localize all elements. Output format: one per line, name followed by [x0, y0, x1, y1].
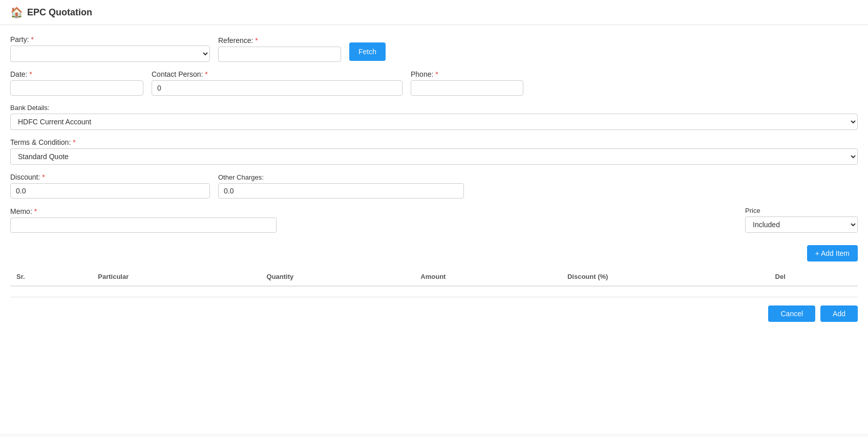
reference-label: Reference: *	[218, 36, 341, 45]
date-label: Date: *	[10, 70, 143, 78]
other-charges-group: Other Charges:	[218, 173, 858, 199]
fetch-button-wrapper: Fetch	[349, 42, 386, 62]
cancel-button[interactable]: Cancel	[768, 305, 815, 322]
date-input[interactable]	[10, 80, 143, 96]
main-content: Party: * Reference: * Fetch Date: * Co	[0, 25, 868, 433]
date-group: Date: *	[10, 70, 143, 96]
other-charges-input[interactable]	[218, 183, 464, 199]
memo-required: *	[32, 207, 37, 215]
phone-required: *	[433, 70, 438, 78]
col-particular: Particular	[92, 268, 260, 286]
other-charges-label: Other Charges:	[218, 173, 858, 181]
table-header-row: Sr. Particular Quantity Amount Discount …	[10, 268, 858, 286]
price-select[interactable]: Included Excluded	[745, 216, 858, 233]
phone-label: Phone: *	[411, 70, 858, 78]
bank-details-group: Bank Details: HDFC Current Account	[10, 104, 858, 130]
reference-required: *	[253, 36, 258, 45]
party-select[interactable]	[10, 46, 210, 62]
terms-required: *	[71, 138, 75, 146]
discount-group: Discount: *	[10, 173, 210, 199]
add-item-row: + Add Item	[10, 245, 858, 261]
reference-group: Reference: *	[218, 36, 341, 62]
add-button[interactable]: Add	[820, 305, 858, 322]
col-discount: Discount (%)	[561, 268, 769, 286]
bank-details-select[interactable]: HDFC Current Account	[10, 114, 858, 130]
date-contact-row: Date: * Contact Person: * Phone: *	[10, 70, 858, 96]
memo-label: Memo: *	[10, 207, 737, 215]
discount-input[interactable]	[10, 183, 210, 199]
discount-label: Discount: *	[10, 173, 210, 181]
party-group: Party: *	[10, 35, 210, 62]
party-reference-row: Party: * Reference: * Fetch	[10, 35, 858, 62]
memo-group: Memo: *	[10, 207, 737, 233]
table-header: Sr. Particular Quantity Amount Discount …	[10, 268, 858, 286]
bank-details-label: Bank Details:	[10, 104, 858, 112]
col-del: Del	[769, 268, 858, 286]
price-label: Price	[745, 207, 858, 214]
col-amount: Amount	[414, 268, 561, 286]
page-header: 🏠 EPC Quotation	[0, 0, 868, 25]
add-item-button[interactable]: + Add Item	[807, 245, 858, 261]
discount-required: *	[40, 173, 45, 181]
discount-charges-row: Discount: * Other Charges:	[10, 173, 858, 199]
phone-input[interactable]	[411, 80, 523, 96]
home-icon: 🏠	[10, 6, 23, 18]
party-required: *	[29, 35, 34, 43]
page-title: EPC Quotation	[27, 7, 92, 18]
terms-condition-label: Terms & Condition: *	[10, 138, 858, 146]
terms-condition-select[interactable]: Standard Quote	[10, 148, 858, 165]
contact-person-input[interactable]	[152, 80, 403, 96]
fetch-button[interactable]: Fetch	[349, 42, 386, 61]
items-table: Sr. Particular Quantity Amount Discount …	[10, 268, 858, 287]
phone-group: Phone: *	[411, 70, 858, 96]
memo-price-row: Memo: * Price Included Excluded	[10, 207, 858, 233]
col-sr: Sr.	[10, 268, 92, 286]
bottom-actions: Cancel Add	[10, 297, 858, 322]
price-group: Price Included Excluded	[745, 207, 858, 233]
date-required: *	[27, 70, 32, 78]
contact-person-label: Contact Person: *	[152, 70, 403, 78]
contact-required: *	[203, 70, 207, 78]
memo-input[interactable]	[10, 217, 277, 233]
contact-person-group: Contact Person: *	[152, 70, 403, 96]
reference-input[interactable]	[218, 47, 341, 62]
party-label: Party: *	[10, 35, 210, 43]
col-quantity: Quantity	[261, 268, 415, 286]
terms-condition-group: Terms & Condition: * Standard Quote	[10, 138, 858, 165]
